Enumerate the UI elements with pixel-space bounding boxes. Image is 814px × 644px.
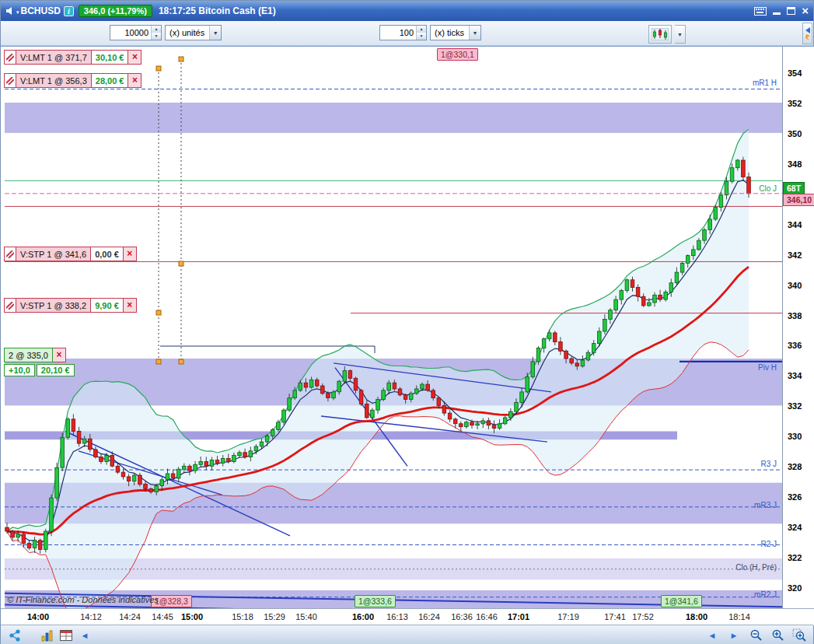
table-button[interactable] [57,628,75,643]
quantity-field: ▲ ▼ [110,25,162,40]
chevron-down-icon: ▼ [209,26,221,40]
drag-handle[interactable] [156,310,161,315]
order-tag-stop-2[interactable]: V:STP 1 @ 338,2 9,90 € × [4,298,137,313]
candle-body [697,240,701,250]
price-axis[interactable]: 3543523503483463443423403383363343323303… [782,47,814,608]
level-label: R3 J [760,460,777,468]
candle-body [415,389,419,394]
panel-toggle-button[interactable] [802,23,812,44]
time-tick-label: 16:00 [346,612,380,621]
size-input[interactable] [380,26,416,40]
quantity-input[interactable] [110,26,151,40]
candle-body [188,466,192,471]
candle-body [742,160,746,177]
title-bar[interactable]: ▾ BCHUSD i 346,0 (+11,79%) 18:17:25 Bitc… [1,1,813,21]
drag-handle[interactable] [179,359,183,364]
candle-body [725,181,728,195]
candle-body [586,352,590,360]
order-value: 30,10 € [92,50,129,65]
candle-body [260,442,264,446]
order-value: 9,90 € [91,298,124,313]
candle-body [641,296,645,306]
candle-body [421,384,424,389]
drag-handle[interactable] [156,359,161,364]
candle-body [144,485,148,489]
order-tag-limit-2[interactable]: V:LMT 1 @ 356,3 28,00 € × [4,73,141,88]
pan-left-button[interactable]: ◄ [703,628,721,643]
size-unit-value: (x) ticks [435,28,464,37]
indicators-button[interactable] [38,628,57,643]
minimize-button[interactable] [773,8,781,15]
candle-body [309,380,313,387]
zoom-out-button[interactable] [746,628,765,643]
candle-body [100,457,103,462]
price-tick-label: 332 [788,401,802,411]
quantity-unit-value: (x) unités [169,28,204,37]
candle-body [77,432,81,444]
zoom-box-button[interactable] [790,628,809,643]
candle-body [160,480,164,486]
price-tick-label: 342 [788,250,802,260]
candle-body [44,531,48,549]
order-cancel-button[interactable]: × [124,298,137,313]
candle-body [653,295,657,303]
info-button[interactable]: i [64,6,74,16]
scroll-left-button[interactable]: ◄ [75,628,94,643]
time-tick-label: 18:14 [722,612,756,621]
candle-body [470,422,474,425]
chart-style-dropdown-button[interactable]: ▼ [675,25,686,44]
candle-body [592,344,596,353]
close-button[interactable]: × [802,6,809,16]
time-axis[interactable]: 14:0014:1214:2414:4515:0015:1815:2915:40… [1,608,814,625]
candle-body [337,381,341,392]
size-unit-select[interactable]: (x) ticks ▼ [430,25,481,40]
candle-body [354,378,358,390]
drag-handle[interactable] [156,66,161,71]
quantity-down-button[interactable]: ▼ [152,33,161,40]
order-tag-stop-1[interactable]: V:STP 1 @ 341,6 0,00 € × [4,247,137,261]
size-down-button[interactable]: ▼ [417,33,426,40]
candle-body [332,392,336,398]
keyboard-icon[interactable] [754,7,767,16]
order-cancel-button[interactable]: × [124,247,137,261]
copyright-text: © IT-Finance.com - Données indicatives [7,595,159,604]
candle-body [304,383,308,387]
candle-body [138,475,142,485]
candle-body [27,544,31,548]
size-up-button[interactable]: ▲ [417,26,426,33]
candle-body [166,474,169,480]
zoom-in-button[interactable] [768,628,787,643]
candle-body [625,280,629,291]
candle-body [5,527,9,531]
drag-handle[interactable] [179,57,183,61]
candle-body [498,424,501,429]
pan-right-button[interactable]: ► [725,628,743,643]
price-chart-canvas[interactable] [5,47,782,608]
trade-marker-sell: 1@330,1 [437,48,478,61]
candle-body [404,395,407,400]
share-button[interactable] [5,628,24,643]
price-change-badge: 346,0 (+11,79%) [79,5,152,17]
candle-body [409,394,413,400]
order-cancel-button[interactable]: × [128,73,141,88]
quantity-up-button[interactable]: ▲ [152,26,161,33]
speaker-icon[interactable]: ▾ [5,6,19,16]
candle-body [747,177,751,193]
candle-body [708,219,712,230]
candle-body [636,288,640,297]
candle-body [603,319,607,331]
order-cancel-button[interactable]: × [128,50,141,65]
chart-style-button[interactable] [648,25,672,44]
position-close-button[interactable]: × [53,348,66,362]
maximize-button[interactable] [787,7,795,15]
drag-handle[interactable] [179,261,183,266]
position-tag[interactable]: 2 @ 335,0 × [4,348,66,362]
candle-body [536,348,540,362]
order-tag-limit-1[interactable]: V:LMT 1 @ 371,7 30,10 € × [4,50,141,65]
candle-body [542,339,546,348]
candle-body [371,410,375,418]
candle-body [155,486,159,492]
quantity-unit-select[interactable]: (x) unités ▼ [165,25,222,40]
candle-body [492,425,496,429]
candle-body [343,371,347,382]
